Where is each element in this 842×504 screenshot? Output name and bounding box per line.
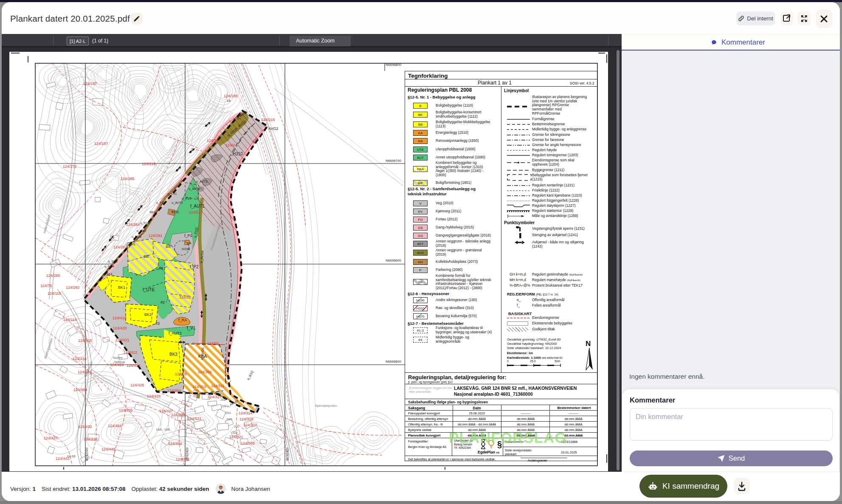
svg-text:124/495: 124/495 [119,408,133,412]
svg-text:N: N [586,340,591,348]
svg-text:124/321: 124/321 [229,435,243,439]
svg-text:124/2: 124/2 [225,143,235,147]
svg-text:124/424: 124/424 [127,363,141,368]
svg-text:N6696500: N6696500 [386,360,401,363]
svg-text:Nordre: Nordre [113,356,123,360]
svg-text:6A 6B: 6A 6B [67,454,76,458]
svg-text:124/425: 124/425 [130,383,144,387]
svg-text:124/356: 124/356 [198,370,212,374]
svg-text:124/420: 124/420 [113,326,127,330]
svg-text:o_FO4: o_FO4 [104,265,114,268]
svg-text:H310: H310 [233,152,243,156]
svg-text:o_SK2: o_SK2 [137,229,146,233]
svg-text:f_AUT3: f_AUT3 [169,331,182,335]
svg-text:N6696800: N6696800 [386,63,401,67]
svg-text:BB: BB [144,254,149,259]
svg-text:124/172: 124/172 [63,164,77,169]
svg-text:124/216: 124/216 [261,118,275,122]
svg-text:o_KH1: o_KH1 [126,242,135,246]
svg-text:124/310: 124/310 [243,423,257,427]
svg-text:124/521: 124/521 [188,417,202,421]
svg-text:#1: #1 [159,266,163,270]
svg-text:124/115: 124/115 [48,291,61,296]
svg-text:124/464: 124/464 [167,389,181,393]
svg-text:124/281: 124/281 [149,234,163,238]
svg-text:18A - 18B: 18A - 18B [156,428,170,431]
svg-text:124/188: 124/188 [224,94,238,98]
svg-text:124/285: 124/285 [121,177,135,181]
svg-text:Ø292200: Ø292200 [85,448,89,461]
svg-text:124/444: 124/444 [84,437,98,441]
svg-text:f_P1: f_P1 [184,234,192,238]
svg-text:20A: 20A [185,391,191,395]
svg-text:f_UTE: f_UTE [143,287,155,292]
svg-text:124/197: 124/197 [94,141,108,146]
svg-text:124/418: 124/418 [78,338,92,343]
svg-text:#2: #2 [161,300,165,304]
svg-text:o_FO6: o_FO6 [140,221,150,225]
svg-text:124/314: 124/314 [239,411,253,415]
svg-text:124/283: 124/283 [113,245,127,249]
svg-text:o_KV1: o_KV1 [167,192,177,196]
svg-text:124/114: 124/114 [63,318,77,322]
svg-text:Ø292400: Ø292400 [285,448,289,461]
svg-text:f_V1: f_V1 [187,326,196,330]
svg-text:f_AUT1: f_AUT1 [190,204,205,208]
svg-text:EA: EA [187,241,191,245]
svg-text:20J: 20J [232,431,237,435]
svg-text:15: 15 [227,99,231,103]
svg-text:20K: 20K [221,404,227,408]
svg-text:124/437: 124/437 [44,436,58,440]
svg-text:N6696600: N6696600 [386,259,401,262]
svg-text:H190: H190 [182,247,190,251]
svg-text:124/280: 124/280 [46,273,60,278]
svg-text:124/52: 124/52 [189,210,201,214]
svg-text:124/422: 124/422 [124,350,138,355]
svg-text:124/421: 124/421 [115,338,130,342]
svg-text:124/76: 124/76 [40,284,52,288]
svg-text:Bjørndalspollen: Bjørndalspollen [315,404,337,408]
svg-text:B/F: B/F [166,245,172,249]
svg-text:#3: #3 [155,321,160,326]
svg-text:124/445: 124/445 [101,447,115,451]
svg-text:BK1: BK1 [118,285,125,290]
svg-text:124/434: 124/434 [73,357,87,361]
svg-text:124/52: 124/52 [179,295,191,299]
svg-text:20H: 20H [226,417,232,421]
svg-text:124/282: 124/282 [66,285,80,290]
svg-text:124/318: 124/318 [239,417,253,421]
svg-text:124/464: 124/464 [73,388,87,392]
svg-text:20E: 20E [220,398,226,402]
svg-text:124/428: 124/428 [171,413,185,417]
svg-text:124/317: 124/317 [208,395,222,399]
svg-text:o_AVT4: o_AVT4 [189,187,200,191]
svg-text:124/464: 124/464 [108,424,122,428]
svg-text:20C: 20C [200,391,206,395]
svg-text:124/65: 124/65 [207,341,219,346]
svg-text:o_FO7: o_FO7 [156,201,166,205]
svg-text:20G: 20G [225,411,231,415]
svg-text:124/65: 124/65 [175,372,187,376]
svg-text:o_SK3: o_SK3 [108,259,118,263]
svg-text:f_RA: f_RA [178,318,187,322]
svg-text:Hetlevik: Hetlevik [114,360,125,364]
svg-text:124/219: 124/219 [142,162,156,166]
svg-text:o_AVT3: o_AVT3 [196,180,208,183]
svg-text:124/419: 124/419 [113,316,127,320]
svg-text:124/309: 124/309 [241,441,255,445]
svg-text:BK2: BK2 [144,313,152,317]
svg-text:BK3: BK3 [169,352,177,357]
svg-text:o_SK4: o_SK4 [103,272,113,276]
svg-text:124/432: 124/432 [78,425,92,429]
svg-text:N6696700: N6696700 [386,159,401,163]
svg-text:o_AVT2: o_AVT2 [172,201,183,205]
svg-text:SK1: SK1 [149,210,155,214]
svg-text:124/29: 124/29 [207,138,219,143]
svg-text:20L: 20L [234,425,239,428]
svg-text:124/371: 124/371 [176,457,190,462]
svg-text:AVG2: AVG2 [268,127,278,131]
svg-text:124/197: 124/197 [83,82,97,86]
svg-text:f_P2: f_P2 [190,265,199,269]
svg-text:124/426: 124/426 [147,394,161,398]
svg-text:o_FO5: o_FO5 [132,235,141,239]
